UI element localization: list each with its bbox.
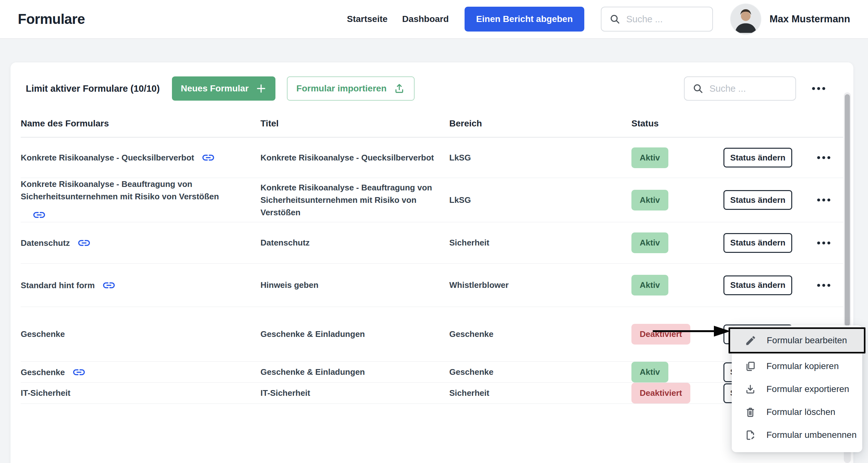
row-context-menu: Formular bearbeiten Formular kopieren Fo… [732,326,862,452]
pencil-icon [745,335,756,346]
status-badge: Aktiv [631,362,669,382]
form-title: Konkrete Risikoanalyse - Beauftragung vo… [260,182,449,219]
nav-item-startseite[interactable]: Startseite [347,14,388,24]
import-form-button[interactable]: Formular importieren [287,76,414,101]
submit-report-button[interactable]: Einen Bericht abgeben [465,7,584,32]
user-name: Max Mustermann [770,13,850,25]
row-menu-button[interactable] [804,197,843,203]
new-form-button[interactable]: Neues Formular [172,76,275,101]
status-badge: Aktiv [631,148,669,168]
forms-card: Limit aktiver Formulare (10/10) Neues Fo… [10,62,854,463]
menu-item-rename-form[interactable]: Formular umbenennen [732,424,862,446]
row-menu-button[interactable] [804,240,843,246]
table-header-row: Name des Formulars Titel Bereich Status [21,112,843,137]
ellipsis-icon [811,86,826,91]
status-badge: Aktiv [631,233,669,253]
new-form-button-label: Neues Formular [181,84,249,94]
table-row: Standard hint form Hinweis geben Whistle… [21,264,843,307]
ellipsis-icon [816,283,831,288]
change-status-button[interactable]: Status ändern [723,190,792,210]
nav-item-dashboard[interactable]: Dashboard [402,14,448,24]
form-title: Datenschutz [260,237,449,249]
ellipsis-icon [816,155,831,160]
form-name: Konkrete Risikoanalyse - Beauftragung vo… [21,179,219,201]
form-name: Geschenke [21,368,65,377]
link-icon[interactable] [102,278,116,292]
table-row: Geschenke Geschenke & Einladungen Gesche… [21,362,843,383]
table-row: IT-Sicherheit IT-Sicherheit Sicherheit D… [21,383,843,404]
form-name: Standard hint form [21,281,95,290]
form-bereich: LkSG [449,152,631,164]
status-badge: Deaktiviert [631,324,690,344]
menu-item-label: Formular exportieren [767,384,849,394]
active-forms-limit-label: Limit aktiver Formulare (10/10) [26,84,160,94]
link-icon[interactable] [201,151,215,165]
table-search-input[interactable] [709,84,788,94]
column-header-bereich: Bereich [449,119,631,129]
table-options-menu-button[interactable] [811,86,827,91]
form-name: Geschenke [21,328,260,340]
form-name: Konkrete Risikoanalyse - Quecksilberverb… [21,153,194,162]
header-search-input[interactable] [626,14,705,25]
form-bereich: LkSG [449,194,631,206]
link-icon[interactable] [72,365,86,379]
column-header-status: Status [631,119,723,129]
change-status-button[interactable]: Status ändern [723,275,792,295]
table-row: Datenschutz Datenschutz Sicherheit Aktiv… [21,222,843,264]
table-row: Konkrete Risikoanalyse - Beauftragung vo… [21,178,843,222]
form-bereich: Geschenke [449,328,631,340]
form-title: Hinweis geben [260,279,449,291]
table-row: Geschenke Geschenke & Einladungen Gesche… [21,307,843,362]
status-badge: Deaktiviert [631,383,690,403]
form-name: Datenschutz [21,238,70,248]
top-header: Formulare Startseite Dashboard Einen Ber… [0,0,868,39]
header-search [601,7,713,32]
upload-icon [394,83,405,94]
page-title: Formulare [18,11,85,27]
link-icon[interactable] [32,208,46,222]
form-title: Geschenke & Einladungen [260,328,449,340]
form-title: Konkrete Risikoanalyse - Quecksilberverb… [260,152,449,164]
table-scrollbar-thumb[interactable] [845,94,850,326]
import-form-button-label: Formular importieren [297,84,386,94]
card-toolbar: Limit aktiver Formulare (10/10) Neues Fo… [21,62,843,112]
menu-item-copy-form[interactable]: Formular kopieren [732,355,862,378]
plus-icon [256,83,267,94]
trash-icon [744,406,756,418]
search-icon [609,13,621,25]
status-badge: Aktiv [631,190,669,211]
menu-item-delete-form[interactable]: Formular löschen [732,401,862,424]
download-icon [744,383,756,395]
table-row: Konkrete Risikoanalyse - Quecksilberverb… [21,137,843,178]
form-bereich: Sicherheit [449,387,631,399]
form-title: Geschenke & Einladungen [260,366,449,378]
rename-icon [744,429,756,441]
form-bereich: Geschenke [449,366,631,378]
table-search [684,76,796,101]
menu-item-label: Formular löschen [767,407,835,417]
column-header-titel: Titel [260,119,449,129]
link-icon[interactable] [77,236,91,250]
menu-item-edit-form[interactable]: Formular bearbeiten [728,327,865,353]
row-menu-button[interactable] [804,283,843,288]
column-header-name: Name des Formulars [21,119,260,129]
search-icon [692,83,704,94]
ellipsis-icon [816,240,831,246]
main-nav: Startseite Dashboard [347,14,448,24]
form-name: IT-Sicherheit [21,387,260,399]
form-title: IT-Sicherheit [260,387,449,399]
row-menu-button[interactable] [804,155,843,160]
form-bereich: Whistlerblower [449,279,631,291]
form-bereich: Sicherheit [449,237,631,249]
change-status-button[interactable]: Status ändern [723,148,792,167]
menu-item-export-form[interactable]: Formular exportieren [732,378,862,401]
ellipsis-icon [816,197,831,203]
copy-icon [744,361,756,372]
menu-item-label: Formular kopieren [767,361,839,371]
avatar[interactable] [730,3,761,35]
menu-item-label: Formular bearbeiten [767,335,847,345]
status-badge: Aktiv [631,275,669,296]
menu-item-label: Formular umbenennen [767,430,857,440]
change-status-button[interactable]: Status ändern [723,233,792,253]
